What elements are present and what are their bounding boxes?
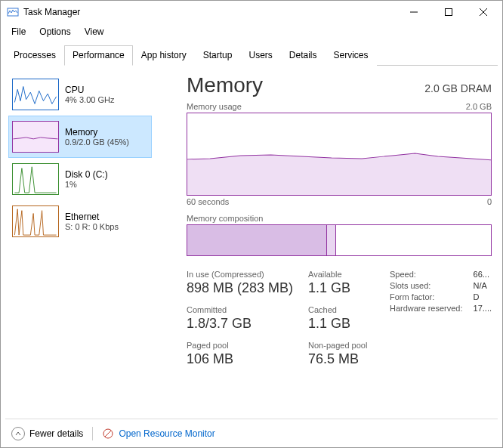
menu-file[interactable]: File (5, 25, 32, 39)
composition-label: Memory composition (187, 214, 492, 223)
sidebar-cpu-sub: 4% 3.00 GHz (65, 95, 114, 104)
x-axis-right: 0 (487, 197, 492, 206)
reserved-label: Hardware reserved: (390, 304, 463, 313)
maximize-button[interactable] (431, 1, 466, 23)
close-button[interactable] (466, 1, 501, 23)
cpu-thumb-icon (12, 79, 59, 110)
tab-strip: Processes Performance App history Startu… (1, 40, 502, 65)
sidebar-memory-name: Memory (65, 127, 129, 137)
tab-performance[interactable]: Performance (64, 45, 133, 66)
cached-label: Cached (308, 305, 367, 314)
available-value: 1.1 GB (308, 280, 367, 296)
tab-users[interactable]: Users (240, 45, 280, 66)
memory-thumb-icon (12, 121, 59, 153)
memory-usage-graph (187, 113, 492, 196)
performance-sidebar: CPU4% 3.00 GHz Memory0.9/2.0 GB (45%) Di… (8, 73, 152, 414)
sidebar-item-cpu[interactable]: CPU4% 3.00 GHz (8, 73, 152, 116)
cached-value: 1.1 GB (308, 316, 367, 332)
paged-value: 106 MB (187, 351, 293, 367)
memory-composition-bar (187, 224, 492, 256)
sidebar-disk-sub: 1% (65, 180, 108, 189)
form-label: Form factor: (390, 292, 463, 301)
disk-thumb-icon (12, 163, 59, 195)
app-icon (7, 6, 19, 18)
composition-in-use (187, 225, 327, 255)
paged-label: Paged pool (187, 341, 293, 350)
panel-title: Memory (187, 73, 263, 97)
memory-panel: Memory 2.0 GB DRAM Memory usage 2.0 GB 6… (152, 73, 492, 414)
sidebar-memory-sub: 0.9/2.0 GB (45%) (65, 137, 129, 147)
resource-monitor-icon (102, 428, 114, 440)
sidebar-eth-sub: S: 0 R: 0 Kbps (65, 222, 119, 231)
slots-label: Slots used: (390, 281, 463, 290)
reserved-value: 17.... (474, 304, 492, 313)
open-resource-monitor-link[interactable]: Open Resource Monitor (119, 428, 214, 439)
svg-line-7 (105, 431, 111, 437)
svg-marker-5 (187, 153, 491, 195)
footer-bar: Fewer details Open Resource Monitor (5, 419, 498, 447)
title-bar: Task Manager (1, 1, 502, 23)
ethernet-thumb-icon (12, 205, 59, 237)
speed-value: 66... (474, 270, 492, 279)
tab-startup[interactable]: Startup (195, 45, 241, 66)
window-title: Task Manager (23, 7, 80, 17)
minimize-button[interactable] (397, 1, 431, 23)
speed-label: Speed: (390, 270, 463, 279)
composition-modified (327, 225, 336, 255)
committed-label: Committed (187, 305, 293, 314)
usage-label: Memory usage (187, 102, 242, 111)
inuse-value: 898 MB (283 MB) (187, 280, 293, 296)
panel-subtitle: 2.0 GB DRAM (424, 82, 492, 94)
tab-apphistory[interactable]: App history (133, 45, 195, 66)
usage-max: 2.0 GB (466, 102, 492, 111)
footer-separator (92, 427, 93, 440)
chevron-up-icon[interactable] (11, 427, 25, 440)
composition-free (336, 225, 491, 255)
sidebar-item-memory[interactable]: Memory0.9/2.0 GB (45%) (8, 116, 152, 158)
inuse-label: In use (Compressed) (187, 270, 293, 279)
sidebar-cpu-name: CPU (65, 85, 114, 95)
sidebar-item-disk[interactable]: Disk 0 (C:)1% (8, 158, 152, 200)
x-axis-left: 60 seconds (187, 197, 229, 206)
memory-stats: In use (Compressed)898 MB (283 MB) Commi… (187, 270, 492, 367)
available-label: Available (308, 270, 367, 279)
menu-view[interactable]: View (79, 25, 110, 39)
sidebar-item-ethernet[interactable]: EthernetS: 0 R: 0 Kbps (8, 200, 152, 243)
svg-rect-2 (446, 9, 452, 16)
sidebar-disk-name: Disk 0 (C:) (65, 169, 108, 180)
committed-value: 1.8/3.7 GB (187, 316, 293, 332)
fewer-details-button[interactable]: Fewer details (29, 428, 83, 439)
sidebar-eth-name: Ethernet (65, 212, 119, 222)
content-area: CPU4% 3.00 GHz Memory0.9/2.0 GB (45%) Di… (1, 66, 502, 419)
nonpaged-value: 76.5 MB (308, 351, 367, 367)
form-value: D (474, 292, 492, 301)
menu-bar: File Options View (1, 23, 502, 40)
slots-value: N/A (474, 281, 492, 290)
tab-details[interactable]: Details (281, 45, 326, 66)
hardware-specs: Speed:66... Slots used:N/A Form factor:D… (390, 270, 492, 313)
tab-processes[interactable]: Processes (5, 45, 64, 66)
menu-options[interactable]: Options (33, 25, 76, 39)
tab-services[interactable]: Services (326, 45, 377, 66)
nonpaged-label: Non-paged pool (308, 341, 367, 350)
